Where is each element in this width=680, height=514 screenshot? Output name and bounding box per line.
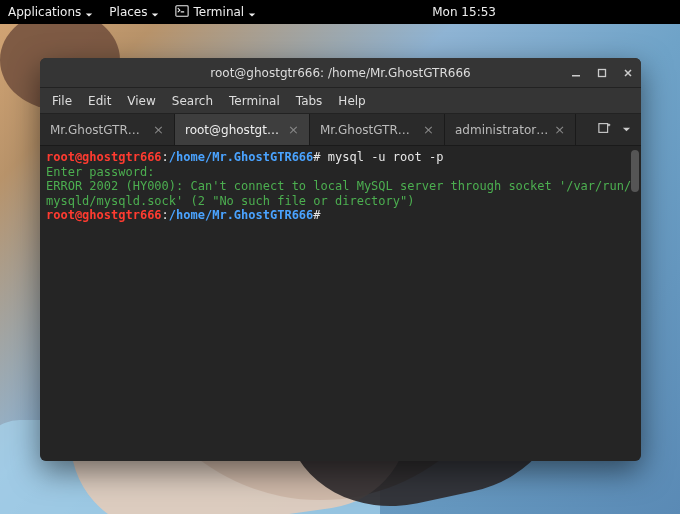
applications-menu[interactable]: Applications [8,5,93,19]
gnome-top-bar: Applications Places Terminal Mon 15:53 [0,0,680,24]
chevron-down-icon [85,8,93,16]
chevron-down-icon [248,8,256,16]
active-app-label: Terminal [193,5,244,19]
menu-search[interactable]: Search [172,94,213,108]
active-app-indicator[interactable]: Terminal [175,4,256,21]
terminal-tabbar: Mr.GhostGTR6… × root@ghostgtr… × Mr.Ghos… [40,114,641,146]
tab-label: root@ghostgtr… [185,123,282,137]
menu-file[interactable]: File [52,94,72,108]
applications-label: Applications [8,5,81,19]
minimize-button[interactable] [569,66,583,80]
svg-rect-2 [599,69,606,76]
menu-view[interactable]: View [127,94,155,108]
menu-tabs[interactable]: Tabs [296,94,323,108]
command-text: mysql -u root -p [328,150,444,164]
svg-rect-3 [599,124,608,133]
maximize-button[interactable] [595,66,609,80]
output-error: ERROR 2002 (HY000): Can't connect to loc… [46,179,631,208]
close-icon[interactable]: × [554,122,565,137]
svg-rect-1 [572,75,580,77]
menu-edit[interactable]: Edit [88,94,111,108]
places-label: Places [109,5,147,19]
places-menu[interactable]: Places [109,5,159,19]
new-tab-button[interactable] [598,121,612,138]
terminal-menubar: File Edit View Search Terminal Tabs Help [40,88,641,114]
chevron-down-icon [151,8,159,16]
tab-2[interactable]: root@ghostgtr… × [175,114,310,145]
menu-terminal[interactable]: Terminal [229,94,280,108]
prompt-hash: # [313,208,320,222]
prompt-path: /home/Mr.GhostGTR666 [169,150,314,164]
tab-label: administrator… [455,123,548,137]
close-icon[interactable]: × [288,122,299,137]
clock[interactable]: Mon 15:53 [432,5,496,19]
tab-label: Mr.GhostGTR6… [320,123,417,137]
svg-rect-0 [176,5,188,16]
tab-label: Mr.GhostGTR6… [50,123,147,137]
tab-dropdown-button[interactable] [622,122,631,137]
tab-1[interactable]: Mr.GhostGTR6… × [40,114,175,145]
prompt-sep: : [162,150,169,164]
menu-help[interactable]: Help [338,94,365,108]
terminal-icon [175,4,189,21]
window-titlebar[interactable]: root@ghostgtr666: /home/Mr.GhostGTR666 [40,58,641,88]
tab-4[interactable]: administrator… × [445,114,576,145]
close-button[interactable] [621,66,635,80]
prompt-user-host: root@ghostgtr666 [46,150,162,164]
prompt-path: /home/Mr.GhostGTR666 [169,208,314,222]
output-line: Enter password: [46,165,154,179]
prompt-sep: : [162,208,169,222]
prompt-hash: # [313,150,320,164]
prompt-user-host: root@ghostgtr666 [46,208,162,222]
terminal-window: root@ghostgtr666: /home/Mr.GhostGTR666 F… [40,58,641,461]
terminal-output[interactable]: root@ghostgtr666:/home/Mr.GhostGTR666# m… [40,146,641,461]
close-icon[interactable]: × [153,122,164,137]
window-title: root@ghostgtr666: /home/Mr.GhostGTR666 [210,66,470,80]
tab-3[interactable]: Mr.GhostGTR6… × [310,114,445,145]
close-icon[interactable]: × [423,122,434,137]
scrollbar[interactable] [631,150,639,192]
